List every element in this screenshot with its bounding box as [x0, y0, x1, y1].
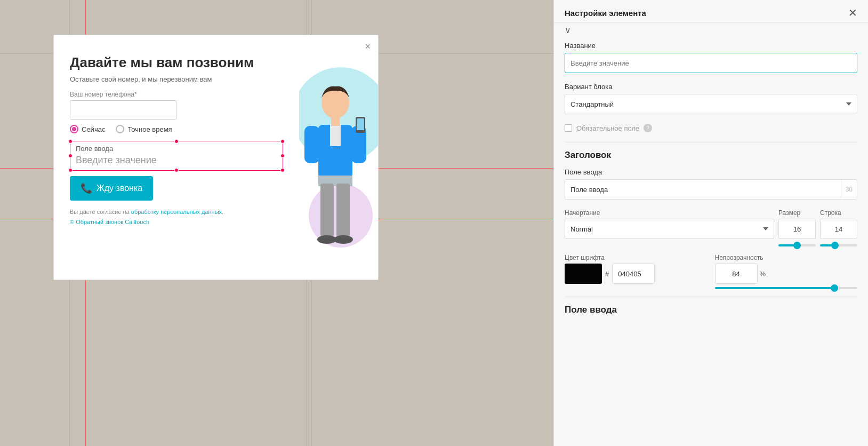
- heading-field-count: 30: [841, 180, 857, 199]
- svg-rect-5: [336, 184, 350, 237]
- size-slider-track: [778, 244, 816, 246]
- name-field-input[interactable]: [565, 53, 857, 73]
- handle-br[interactable]: [280, 168, 285, 172]
- handle-tr[interactable]: [280, 139, 285, 144]
- modal-left-panel: Давайте мы вам позвоним Оставьте свой но…: [54, 35, 299, 280]
- line-input[interactable]: [820, 219, 857, 239]
- variant-field-label: Вариант блока: [565, 83, 857, 91]
- svg-rect-10: [331, 116, 340, 126]
- line-slider-wrapper: [820, 242, 857, 246]
- cta-button[interactable]: 📞 Жду звонка: [70, 176, 153, 201]
- opacity-slider-thumb[interactable]: [831, 284, 838, 292]
- style-select[interactable]: Normal: [565, 219, 774, 239]
- radio-exact[interactable]: Точное время: [116, 125, 172, 133]
- line-label: Строка: [820, 209, 857, 217]
- svg-point-11: [317, 235, 336, 244]
- radio-now[interactable]: Сейчас: [70, 125, 105, 133]
- opacity-input[interactable]: [715, 264, 758, 284]
- svg-rect-2: [330, 125, 341, 146]
- consent-link[interactable]: обработку персональных данных.: [131, 209, 223, 215]
- size-slider-wrapper: [778, 242, 816, 246]
- person-illustration: [299, 82, 378, 264]
- font-color-label: Цвет шрифта: [565, 254, 708, 261]
- variant-field-group: Вариант блока Стандартный: [565, 83, 857, 114]
- font-color-hash: #: [605, 270, 609, 278]
- cta-button-label: Жду звонка: [97, 184, 142, 193]
- size-slider-thumb[interactable]: [793, 242, 801, 249]
- required-checkbox-label: Обязательное поле: [576, 124, 639, 132]
- heading-field-sublabel: Поле ввода: [565, 168, 857, 176]
- panel-content: Название Вариант блока Стандартный Обяза…: [554, 42, 868, 446]
- name-field-group: Название: [565, 42, 857, 73]
- divider-1: [565, 142, 857, 142]
- divider-2: [565, 297, 857, 297]
- panel-close-button[interactable]: ✕: [848, 7, 857, 18]
- heading-section-title: Заголовок: [565, 150, 857, 161]
- style-col: Начертание Normal: [565, 209, 774, 239]
- required-question-icon[interactable]: ?: [644, 124, 652, 132]
- radio-now-circle: [70, 125, 78, 133]
- font-color-swatch[interactable]: [565, 264, 602, 284]
- style-size-line-row: Начертание Normal Размер Строка: [565, 209, 857, 239]
- font-color-group: Цвет шрифта #: [565, 254, 708, 289]
- handle-bl[interactable]: [68, 168, 73, 172]
- svg-rect-6: [304, 126, 319, 163]
- phone-icon: 📞: [81, 182, 92, 194]
- line-slider-track: [820, 244, 857, 246]
- modal-phone-input[interactable]: [70, 100, 176, 120]
- handle-mr[interactable]: [280, 154, 285, 158]
- font-color-hex-input[interactable]: [612, 264, 655, 284]
- required-checkbox-row: Обязательное поле ?: [565, 124, 857, 132]
- variant-field-select[interactable]: Стандартный: [565, 94, 857, 114]
- size-input[interactable]: [778, 219, 816, 239]
- line-col: Строка: [820, 209, 857, 239]
- canvas: × Давайте мы вам позвоним Оставьте свой …: [0, 0, 553, 446]
- panel-header: Настройки элемента ✕: [554, 0, 868, 23]
- modal-radios: Сейчас Точное время: [70, 125, 283, 133]
- heading-field-input[interactable]: [565, 180, 841, 199]
- svg-point-12: [334, 235, 353, 244]
- name-field-label: Название: [565, 42, 857, 50]
- svg-rect-9: [357, 118, 364, 130]
- panel-title: Настройки элемента: [565, 9, 646, 18]
- modal-title: Давайте мы вам позвоним: [70, 54, 283, 71]
- heading-field-group: Поле ввода 30: [565, 168, 857, 200]
- radio-exact-label: Точное время: [127, 125, 172, 133]
- opacity-slider-track: [715, 287, 858, 289]
- size-col: Размер: [778, 209, 816, 239]
- input-section-title: Поле ввода: [565, 305, 857, 315]
- consent-text: Вы даете согласие на обработку персональ…: [70, 208, 283, 216]
- handle-bm[interactable]: [174, 168, 179, 172]
- color-opacity-row: Цвет шрифта # Непрозрачность %: [565, 254, 857, 289]
- modal-phone-label: Ваш номер телефона*: [70, 91, 283, 98]
- radio-now-label: Сейчас: [82, 125, 105, 133]
- line-slider-thumb[interactable]: [831, 242, 839, 249]
- heading-field-input-wrapper: 30: [565, 179, 857, 200]
- panel-chevron[interactable]: ∨: [554, 23, 868, 42]
- opacity-percent: %: [760, 270, 766, 278]
- svg-rect-4: [320, 184, 334, 237]
- modal-subtitle: Оставьте свой номер, и мы перезвоним вам: [70, 75, 283, 83]
- style-label: Начертание: [565, 209, 774, 217]
- modal-right-panel: [299, 35, 378, 280]
- radio-exact-circle: [116, 125, 124, 133]
- selected-input-field[interactable]: Поле ввода Введите значение: [70, 141, 283, 171]
- modal-popup: × Давайте мы вам позвоним Оставьте свой …: [53, 35, 379, 280]
- settings-panel: Настройки элемента ✕ ∨ Название Вариант …: [553, 0, 868, 446]
- required-checkbox[interactable]: [565, 124, 572, 132]
- calltouch-link[interactable]: © Обратный звонок Calltouch: [70, 219, 149, 225]
- size-label: Размер: [778, 209, 816, 217]
- opacity-group: Непрозрачность %: [715, 254, 858, 289]
- opacity-label: Непрозрачность: [715, 254, 858, 261]
